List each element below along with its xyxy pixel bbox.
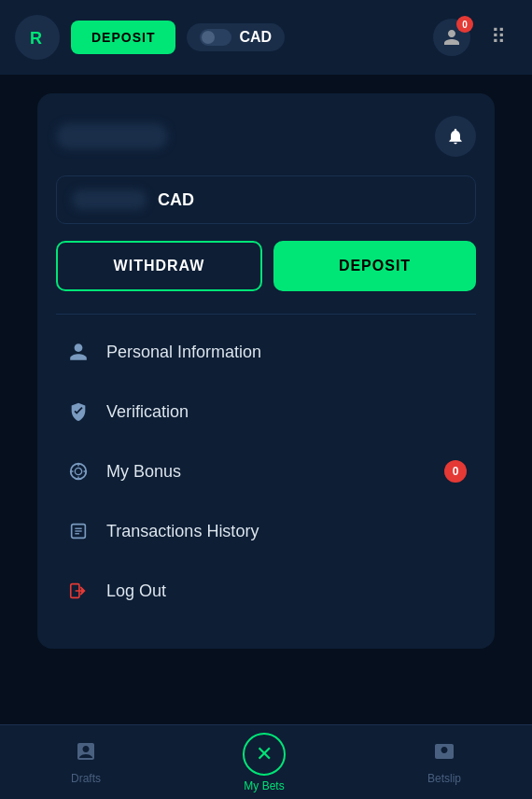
bonus-icon (65, 458, 91, 484)
balance-row: CAD (56, 175, 476, 224)
panel-user-row (56, 116, 476, 157)
personal-information-label: Personal Information (106, 343, 261, 362)
user-name-blurred (56, 123, 168, 149)
bell-button[interactable] (435, 116, 476, 157)
deposit-button[interactable]: DEPOSIT (273, 241, 476, 291)
balance-amount-blurred (72, 189, 147, 210)
currency-toggle[interactable]: CAD (187, 23, 285, 51)
withdraw-button[interactable]: WITHDRAW (56, 241, 262, 291)
menu-item-my-bonus[interactable]: My Bonus 0 (56, 442, 476, 501)
bottom-nav: Drafts ✕ My Bets Betslip (0, 724, 532, 799)
currency-label: CAD (239, 29, 272, 46)
action-buttons: WITHDRAW DEPOSIT (56, 241, 476, 291)
person-icon (65, 339, 91, 365)
svg-point-2 (75, 468, 81, 474)
betslip-label: Betslip (427, 772, 461, 785)
menu-item-log-out[interactable]: Log Out (56, 561, 476, 621)
menu-item-personal-information[interactable]: Personal Information (56, 322, 476, 382)
header: R DEPOSIT CAD 0 ⠿ (0, 0, 532, 75)
user-panel: CAD WITHDRAW DEPOSIT Personal Informatio… (37, 93, 495, 649)
drafts-label: Drafts (71, 772, 101, 785)
betslip-icon (433, 740, 455, 768)
user-icon-button[interactable]: 0 (433, 19, 470, 56)
drafts-icon (75, 740, 97, 768)
transactions-history-label: Transactions History (106, 522, 259, 541)
logo[interactable]: R (15, 15, 60, 60)
verification-label: Verification (106, 402, 189, 422)
shield-icon (65, 399, 91, 425)
menu-list: Personal Information Verification My Bon… (56, 322, 476, 621)
nav-item-drafts[interactable]: Drafts (71, 740, 101, 785)
menu-item-verification[interactable]: Verification (56, 382, 476, 442)
currency-switch[interactable] (200, 29, 231, 46)
header-deposit-button[interactable]: DEPOSIT (71, 21, 175, 54)
menu-item-transactions-history[interactable]: Transactions History (56, 501, 476, 561)
svg-text:R: R (30, 29, 42, 48)
logout-icon (65, 578, 91, 604)
divider (56, 314, 476, 315)
header-icons: 0 ⠿ (433, 19, 517, 56)
my-bets-label: My Bets (244, 779, 284, 792)
transactions-icon (65, 518, 91, 544)
balance-currency: CAD (158, 190, 194, 210)
log-out-label: Log Out (106, 582, 166, 601)
my-bets-close-icon[interactable]: ✕ (243, 733, 286, 776)
nav-item-my-bets[interactable]: ✕ My Bets (243, 733, 286, 792)
notification-badge: 0 (456, 16, 473, 33)
menu-dots-icon[interactable]: ⠿ (480, 19, 517, 56)
nav-item-betslip[interactable]: Betslip (427, 740, 461, 785)
my-bonus-label: My Bonus (106, 462, 181, 482)
my-bonus-badge: 0 (444, 460, 467, 483)
